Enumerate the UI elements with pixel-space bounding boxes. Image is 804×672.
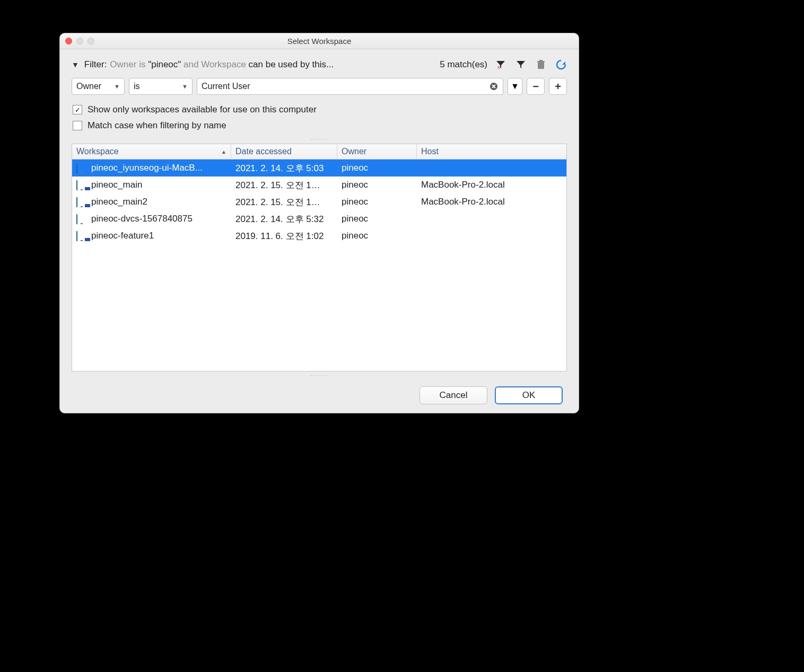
owner: pineoc: [337, 231, 417, 241]
owner: pineoc: [337, 214, 417, 224]
workspace-name: pineoc_main2: [91, 197, 147, 207]
column-header-owner[interactable]: Owner: [337, 144, 417, 159]
chevron-down-icon: ▼: [511, 82, 519, 91]
filter-value-input[interactable]: Current User: [197, 78, 503, 95]
workspace-icon: [76, 232, 88, 240]
date-accessed: 2021. 2. 14. 오후 5:03: [231, 162, 337, 174]
svg-text:x: x: [497, 65, 500, 70]
host: MacBook-Pro-2.local: [417, 197, 566, 207]
chevron-down-icon: ▼: [182, 83, 188, 90]
column-header-workspace[interactable]: Workspace ▲: [72, 144, 231, 159]
workspace-name: pineoc_iyunseog-ui-MacB...: [91, 163, 203, 173]
cancel-button[interactable]: Cancel: [420, 386, 487, 404]
table-body: pineoc_iyunseog-ui-MacB...2021. 2. 14. 오…: [72, 160, 566, 371]
owner: pineoc: [337, 163, 417, 173]
filter-toolbar: x: [495, 59, 567, 70]
window-controls: [65, 38, 94, 45]
table-row[interactable]: pineoc-feature12019. 11. 6. 오전 1:02pineo…: [72, 227, 566, 244]
splitter-handle-bottom[interactable]: ······: [72, 373, 567, 377]
ok-button[interactable]: OK: [495, 386, 563, 404]
workspace-name: pineoc_main: [91, 180, 142, 190]
refresh-icon[interactable]: [555, 59, 567, 70]
owner: pineoc: [337, 180, 417, 190]
dialog-footer: Cancel OK: [72, 380, 567, 405]
workspace-name: pineoc-feature1: [91, 231, 154, 241]
filter-disclosure-icon[interactable]: ▼: [72, 60, 79, 69]
workspace-icon: [76, 164, 88, 172]
filter-summary-row: ▼ Filter: Owner is "pineoc" and Workspac…: [72, 59, 567, 70]
svg-rect-2: [537, 61, 545, 62]
zoom-window-button[interactable]: [88, 38, 94, 45]
column-header-host[interactable]: Host: [417, 144, 566, 159]
match-case-checkbox-row: Match case when filtering by name: [73, 120, 567, 131]
window-title: Select Workspace: [287, 37, 352, 46]
filter-icon[interactable]: [515, 59, 527, 70]
show-only-available-checkbox[interactable]: [73, 105, 82, 114]
workspace-table: Workspace ▲ Date accessed Owner Host pin…: [72, 144, 567, 372]
table-row[interactable]: pineoc-dvcs-15678408752021. 2. 14. 오후 5:…: [72, 210, 566, 227]
date-accessed: 2021. 2. 14. 오후 5:32: [231, 213, 337, 225]
trash-icon[interactable]: [535, 59, 547, 70]
remove-condition-button[interactable]: −: [527, 78, 545, 95]
svg-rect-1: [538, 62, 544, 69]
workspace-icon: [76, 215, 88, 223]
table-row[interactable]: pineoc_iyunseog-ui-MacB...2021. 2. 14. 오…: [72, 160, 566, 176]
date-accessed: 2021. 2. 15. 오전 1…: [231, 196, 337, 208]
window: Select Workspace ▼ Filter: Owner is "pin…: [59, 33, 579, 413]
owner: pineoc: [337, 197, 417, 207]
show-only-available-checkbox-row: Show only workspaces available for use o…: [73, 104, 567, 115]
filter-value-history-dropdown[interactable]: ▼: [508, 78, 522, 95]
table-header: Workspace ▲ Date accessed Owner Host: [72, 144, 566, 160]
filter-label: Filter:: [84, 59, 107, 70]
splitter-handle[interactable]: ······: [72, 136, 567, 142]
host: MacBook-Pro-2.local: [417, 180, 566, 190]
svg-rect-3: [539, 60, 543, 61]
chevron-down-icon: ▼: [114, 83, 120, 90]
clear-input-icon[interactable]: [489, 82, 499, 91]
clear-filter-icon[interactable]: x: [495, 59, 506, 70]
table-row[interactable]: pineoc_main2021. 2. 15. 오전 1…pineocMacBo…: [72, 176, 566, 193]
workspace-name: pineoc-dvcs-1567840875: [91, 214, 193, 224]
match-case-label: Match case when filtering by name: [88, 120, 226, 131]
close-window-button[interactable]: [65, 38, 72, 45]
filter-summary: Owner is "pineoc" and Workspace can be u…: [110, 59, 334, 70]
match-count: 5 match(es): [440, 59, 487, 70]
workspace-icon: [76, 198, 88, 206]
filter-operator-select[interactable]: is▼: [129, 78, 193, 95]
minimize-window-button[interactable]: [76, 38, 83, 45]
sort-ascending-icon: ▲: [221, 149, 226, 155]
titlebar[interactable]: Select Workspace: [60, 33, 579, 49]
filter-condition-row: Owner▼ is▼ Current User ▼ − +: [72, 78, 567, 95]
show-only-available-label: Show only workspaces available for use o…: [88, 104, 317, 115]
match-case-checkbox[interactable]: [73, 121, 82, 130]
column-header-date[interactable]: Date accessed: [231, 144, 337, 159]
filter-field-select[interactable]: Owner▼: [72, 78, 125, 95]
dialog-content: ▼ Filter: Owner is "pineoc" and Workspac…: [60, 49, 579, 413]
date-accessed: 2021. 2. 15. 오전 1…: [231, 179, 337, 191]
add-condition-button[interactable]: +: [549, 78, 567, 95]
workspace-icon: [76, 181, 88, 189]
date-accessed: 2019. 11. 6. 오전 1:02: [231, 230, 337, 242]
table-row[interactable]: pineoc_main22021. 2. 15. 오전 1…pineocMacB…: [72, 193, 566, 210]
